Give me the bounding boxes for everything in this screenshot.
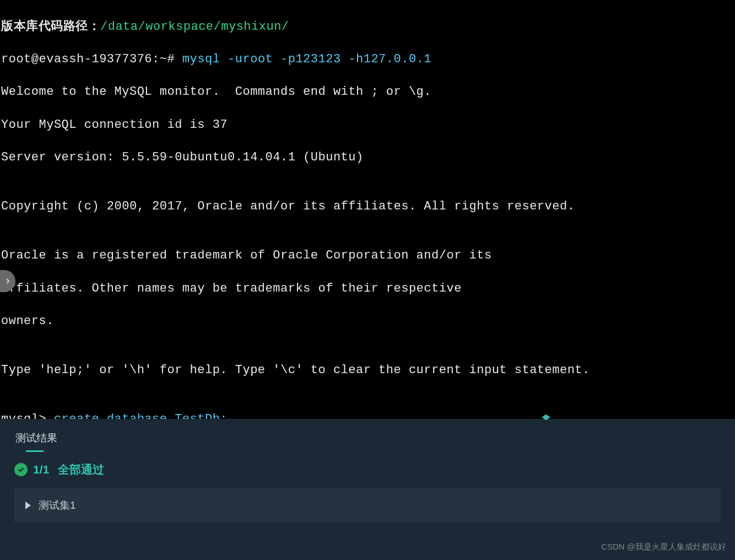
expand-triangle-icon [25,502,31,509]
mysql-output-line: Your MySQL connection id is 37 [1,117,734,133]
test-score: 1/1 [33,463,49,476]
mysql-output-line: Oracle is a registered trademark of Orac… [1,247,734,264]
check-circle-icon [14,463,28,476]
arrow-right-icon [3,277,12,286]
test-pass-label: 全部通过 [58,462,104,477]
mysql-prompt: mysql> [1,412,54,419]
test-summary: 1/1 全部通过 [0,452,735,488]
tab-test-results[interactable]: 测试结果 [0,427,73,452]
mysql-output-line: Welcome to the MySQL monitor. Commands e… [1,84,734,100]
results-tabs: 测试结果 [0,419,735,452]
terminal-output[interactable]: 版本库代码路径：/data/workspace/myshixun/ root@e… [0,0,735,419]
mysql-output-line: Type 'help;' or '\h' for help. Type '\c'… [1,362,734,379]
repo-path: /data/workspace/myshixun/ [100,20,289,34]
watermark-text: CSDN @我是火星人集成灶都说好 [601,542,726,552]
mysql-output-line: Server version: 5.5.59-0ubuntu0.14.04.1 … [1,149,734,166]
shell-prompt: root@evassh-19377376:~# [1,52,182,66]
results-panel: 测试结果 1/1 全部通过 测试集1 CSDN @我是火星人集成灶都说好 [0,419,735,560]
mysql-output-line: Copyright (c) 2000, 2017, Oracle and/or … [1,198,734,215]
test-set-label: 测试集1 [39,498,76,513]
panel-resize-handle[interactable] [539,413,553,421]
mysql-output-line: affiliates. Other names may be trademark… [1,281,734,297]
test-set-row[interactable]: 测试集1 [14,488,721,523]
mysql-output-line: owners. [1,313,734,330]
chevron-down-icon [539,417,553,421]
shell-command-mysql: mysql -uroot -p123123 -h127.0.0.1 [182,52,431,66]
repo-path-label: 版本库代码路径： [1,20,100,34]
sql-create-database: create database TestDb; [54,412,228,419]
